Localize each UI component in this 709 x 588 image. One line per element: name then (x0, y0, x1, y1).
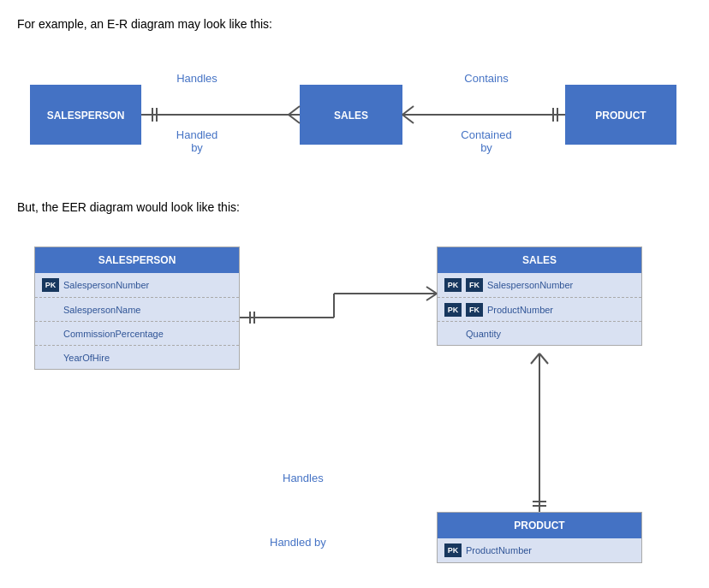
svg-text:Handles: Handles (283, 472, 324, 484)
field-name: SalespersonNumber (63, 280, 149, 290)
svg-line-33 (531, 353, 539, 364)
svg-text:Handled: Handled (176, 128, 217, 141)
table-row: PK ProductNumber (438, 538, 641, 562)
intro-eer-text: But, the EER diagram would look like thi… (17, 200, 692, 214)
salesperson-header: SALESPERSON (35, 247, 239, 273)
svg-line-28 (426, 287, 437, 294)
eer-diagram: SALESPERSON PK SalespersonNumber Salespe… (17, 229, 692, 588)
table-row: PK FK SalespersonNumber (438, 273, 641, 297)
fk-badge: FK (466, 303, 483, 317)
field-name: SalespersonNumber (487, 280, 573, 290)
table-row: YearOfHire (35, 345, 239, 369)
svg-line-10 (289, 115, 300, 123)
field-name: ProductNumber (487, 305, 553, 315)
salesperson-body: PK SalespersonNumber SalespersonName Com… (35, 273, 239, 369)
svg-text:Contains: Contains (464, 72, 509, 85)
svg-line-29 (426, 294, 437, 300)
sales-header: SALES (438, 247, 641, 273)
pk-badge: PK (444, 278, 462, 292)
pk-badge: PK (444, 303, 462, 317)
svg-text:Contained: Contained (461, 128, 511, 141)
salesperson-table: SALESPERSON PK SalespersonNumber Salespe… (34, 246, 240, 370)
table-row: Quantity (438, 321, 641, 345)
sales-body: PK FK SalespersonNumber PK FK ProductNum… (438, 273, 641, 345)
table-row: CommissionPercentage (35, 321, 239, 345)
svg-line-9 (289, 106, 300, 115)
product-body: PK ProductNumber (438, 538, 641, 562)
svg-line-16 (402, 106, 414, 115)
pk-badge: PK (444, 543, 462, 557)
svg-text:Handled by: Handled by (270, 536, 326, 549)
product-table: PRODUCT PK ProductNumber (437, 512, 642, 563)
field-name: ProductNumber (466, 545, 532, 555)
sales-table: SALES PK FK SalespersonNumber PK FK Prod… (437, 246, 642, 346)
field-name: SalespersonName (63, 305, 141, 315)
svg-text:PRODUCT: PRODUCT (595, 110, 646, 122)
svg-text:SALES: SALES (334, 110, 368, 122)
svg-text:SALESPERSON: SALESPERSON (47, 110, 125, 122)
svg-line-17 (402, 115, 414, 123)
fk-badge: FK (466, 278, 483, 292)
field-name: YearOfHire (63, 353, 110, 363)
table-row: PK SalespersonNumber (35, 273, 239, 297)
pk-badge: PK (42, 278, 59, 292)
field-name: CommissionPercentage (63, 329, 164, 339)
svg-text:Handles: Handles (176, 72, 217, 85)
intro-er-text: For example, an E-R diagram may look lik… (17, 17, 692, 31)
table-row: SalespersonName (35, 297, 239, 321)
table-row: PK FK ProductNumber (438, 297, 641, 321)
field-name: Quantity (466, 329, 501, 339)
product-header: PRODUCT (438, 513, 641, 538)
svg-text:by: by (480, 141, 492, 154)
er-diagram: SALESPERSON SALES PRODUCT Handles Handle… (17, 46, 692, 183)
svg-line-34 (539, 353, 548, 364)
svg-text:by: by (191, 141, 203, 154)
